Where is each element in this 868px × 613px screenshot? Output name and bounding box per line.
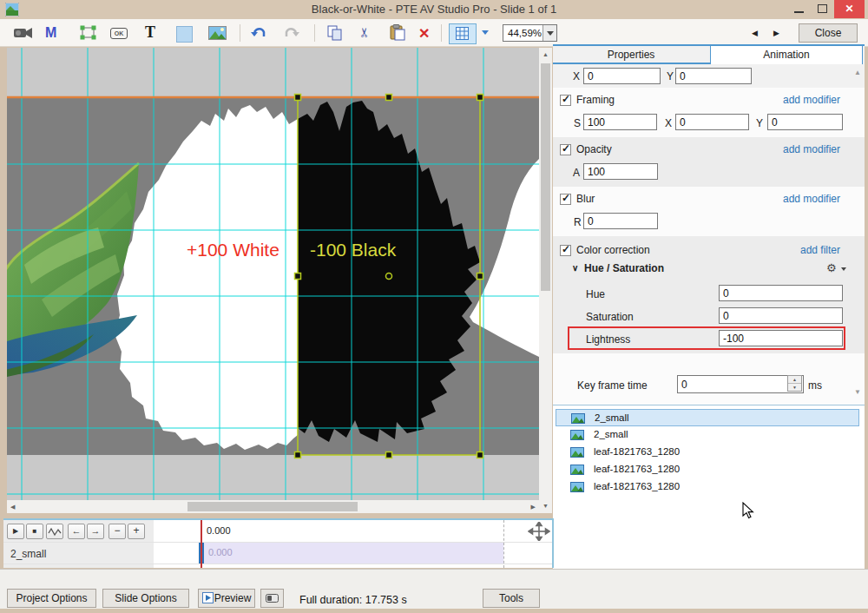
keyframe-spinner[interactable]: ▲ ▼ bbox=[787, 375, 802, 392]
spin-down-icon[interactable]: ▼ bbox=[788, 384, 801, 391]
next-slide-icon[interactable]: ▶ bbox=[773, 29, 779, 37]
mask-tool-icon[interactable]: M bbox=[45, 25, 56, 41]
image-layer-icon bbox=[571, 413, 585, 424]
horizontal-scroll-thumb[interactable] bbox=[187, 502, 358, 511]
opacity-checkbox[interactable]: ✓ bbox=[560, 144, 571, 155]
rectangle-tool-icon[interactable] bbox=[176, 26, 193, 43]
gear-dropdown-icon[interactable] bbox=[841, 267, 846, 271]
delete-icon[interactable]: ✕ bbox=[418, 25, 430, 42]
gear-icon[interactable]: ⚙ bbox=[826, 261, 837, 274]
color-correction-checkbox[interactable]: ✓ bbox=[560, 245, 571, 256]
layer-item[interactable]: leaf-1821763_1280 bbox=[556, 461, 859, 478]
keyframe-input[interactable] bbox=[677, 375, 804, 393]
saturation-label: Saturation bbox=[586, 311, 634, 323]
position-x-label: X bbox=[573, 70, 580, 82]
next-keyframe-button[interactable]: → bbox=[87, 524, 104, 539]
stop-button[interactable]: ■ bbox=[26, 524, 43, 539]
layer-item[interactable]: 2_small bbox=[556, 426, 859, 444]
canvas-horizontal-scrollbar[interactable]: ◀ ▶ bbox=[7, 500, 539, 513]
zoom-in-button[interactable]: + bbox=[128, 524, 145, 539]
spin-up-icon[interactable]: ▲ bbox=[788, 376, 801, 384]
button-tool-icon[interactable]: OK bbox=[110, 28, 128, 39]
slide-canvas[interactable]: +100 White -100 Black ◀ ▶ bbox=[7, 48, 539, 513]
playhead-line[interactable] bbox=[201, 520, 202, 568]
panel-scroll-up-icon[interactable]: ▲ bbox=[854, 69, 861, 76]
canvas-vertical-scrollbar[interactable]: ▲ ▼ bbox=[539, 48, 552, 513]
text-tool-icon[interactable]: T bbox=[145, 23, 155, 42]
layer-item-selected[interactable]: 2_small bbox=[556, 409, 859, 426]
mini-player-button[interactable] bbox=[260, 589, 284, 608]
layer-list: 2_small 2_small leaf-1821763_1280 leaf-1… bbox=[553, 405, 865, 569]
scroll-right-icon[interactable]: ▶ bbox=[531, 503, 536, 511]
chevron-down-icon[interactable]: ∨ bbox=[572, 263, 578, 273]
add-filter-link[interactable]: add filter bbox=[800, 244, 840, 256]
copy-icon[interactable] bbox=[327, 25, 343, 41]
scroll-up-icon[interactable]: ▲ bbox=[542, 50, 549, 59]
panel-scroll-down-icon[interactable]: ▼ bbox=[854, 388, 861, 396]
timeline-panel: ▶ ■ ← → − + 0.000 2_small 0.000 bbox=[3, 518, 554, 568]
grid-options-dropdown-icon[interactable] bbox=[482, 30, 489, 35]
zoom-dropdown-button[interactable] bbox=[542, 25, 556, 41]
mouse-cursor bbox=[742, 502, 754, 519]
toolbar-separator bbox=[240, 24, 240, 42]
paste-icon[interactable] bbox=[390, 24, 405, 41]
framing-s-input[interactable] bbox=[583, 114, 657, 130]
play-button[interactable]: ▶ bbox=[7, 524, 24, 539]
framing-x-input[interactable] bbox=[675, 114, 749, 130]
opacity-add-modifier-link[interactable]: add modifier bbox=[783, 143, 840, 155]
minimize-icon bbox=[794, 11, 804, 13]
blur-title: Blur bbox=[576, 193, 595, 205]
hue-label: Hue bbox=[586, 288, 605, 300]
redo-icon[interactable] bbox=[284, 26, 299, 40]
scroll-down-icon[interactable]: ▼ bbox=[542, 502, 549, 511]
prev-keyframe-button[interactable]: ← bbox=[68, 524, 85, 539]
timeline-row-divider bbox=[3, 564, 552, 564]
tab-properties[interactable]: Properties bbox=[553, 46, 709, 64]
vertical-scroll-thumb[interactable] bbox=[541, 63, 550, 291]
tools-button[interactable]: Tools bbox=[483, 589, 540, 608]
tab-animation[interactable]: Animation bbox=[710, 45, 863, 64]
framing-x-label: X bbox=[665, 117, 672, 129]
framing-y-input[interactable] bbox=[767, 114, 843, 130]
project-options-button[interactable]: Project Options bbox=[7, 589, 96, 608]
blur-add-modifier-link[interactable]: add modifier bbox=[783, 193, 840, 205]
close-window-button[interactable]: ✕ bbox=[834, 0, 865, 18]
color-correction-title: Color correction bbox=[576, 244, 650, 256]
image-layer-icon bbox=[570, 447, 584, 458]
framing-checkbox[interactable]: ✓ bbox=[560, 95, 571, 106]
mini-player-icon bbox=[266, 593, 279, 603]
slide-options-button[interactable]: Slide Options bbox=[102, 589, 189, 608]
layer-item[interactable]: leaf-1821763_1280 bbox=[556, 478, 859, 496]
maximize-button[interactable] bbox=[811, 0, 833, 18]
pan-handle-icon[interactable] bbox=[528, 522, 550, 541]
saturation-input[interactable] bbox=[719, 307, 843, 324]
hue-input[interactable] bbox=[719, 285, 843, 301]
layer-item[interactable]: leaf-1821763_1280 bbox=[556, 444, 859, 461]
status-bar: Project Options Slide Options Preview Fu… bbox=[0, 569, 868, 609]
waveform-button[interactable] bbox=[46, 524, 63, 539]
video-camera-icon[interactable] bbox=[13, 26, 34, 40]
app-window: Black-or-White - PTE AV Studio Pro - Sli… bbox=[0, 0, 868, 613]
framing-add-modifier-link[interactable]: add modifier bbox=[783, 94, 840, 106]
add-image-icon[interactable] bbox=[208, 26, 227, 40]
opacity-a-input[interactable] bbox=[583, 163, 658, 180]
zoom-select[interactable]: 44,59% bbox=[503, 24, 557, 42]
blur-checkbox[interactable]: ✓ bbox=[560, 194, 571, 205]
position-x-input[interactable] bbox=[583, 68, 661, 84]
preview-button[interactable]: Preview bbox=[198, 589, 255, 608]
close-editor-button[interactable]: Close bbox=[799, 23, 858, 43]
minimize-button[interactable] bbox=[788, 0, 811, 18]
position-row: X Y ▲ bbox=[553, 64, 865, 88]
frame-tool-icon[interactable] bbox=[80, 25, 97, 41]
blur-r-input[interactable] bbox=[583, 213, 658, 229]
undo-icon[interactable] bbox=[251, 26, 266, 40]
zoom-out-button[interactable]: − bbox=[108, 524, 126, 539]
grid-toggle-button[interactable] bbox=[449, 23, 477, 44]
cut-icon[interactable]: ✂ bbox=[357, 27, 372, 38]
scroll-left-icon[interactable]: ◀ bbox=[10, 503, 15, 511]
keyframe-row: Key frame time ms ▼ bbox=[553, 353, 865, 405]
position-y-input[interactable] bbox=[675, 68, 752, 84]
lightness-highlight-box bbox=[568, 326, 845, 350]
prev-slide-icon[interactable]: ◀ bbox=[752, 29, 758, 37]
track-bar[interactable]: 0.000 bbox=[204, 543, 503, 564]
